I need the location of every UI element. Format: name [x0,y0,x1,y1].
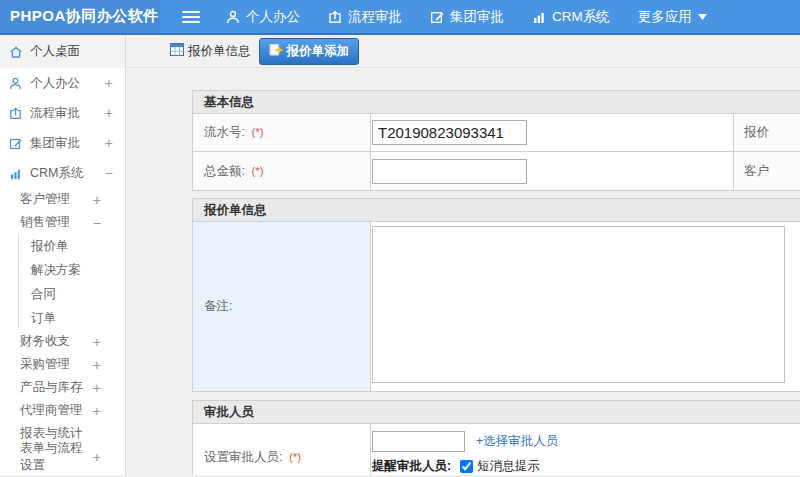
sidebar-item-crm-system[interactable]: CRM系统 − [0,158,125,188]
sidebar-item-product-stock[interactable]: 产品与库存 + [0,376,125,399]
set-approver-label-cell: 设置审批人员: (*) [193,424,371,476]
user-icon [226,10,240,24]
quotation-form: 基本信息 流水号: (*) 报价 总金额: (*) [192,90,800,475]
sidebar-item-label: 销售管理 [20,214,70,231]
customer-label-cell: 客户 [734,152,800,191]
quotation-info-table: 报价单信息 备注: [192,198,800,392]
remark-label-cell: 备注: [193,222,371,392]
sidebar-item-purchase-mgmt[interactable]: 采购管理 + [0,353,125,376]
sidebar-item-label: 财务收支 [20,333,70,350]
process-icon [9,107,23,120]
serial-number-input[interactable] [372,120,527,145]
sidebar-item-sales-mgmt[interactable]: 销售管理 − [0,211,125,234]
sidebar-item-label: 订单 [31,310,56,327]
chart-icon [9,167,23,180]
required-mark: (*) [251,126,263,138]
sidebar-item-customer-mgmt[interactable]: 客户管理 + [0,188,125,211]
sidebar-item-label: 报价单 [31,238,69,255]
sidebar: 个人桌面 个人办公 + 流程审批 + 集团审批 + [0,35,126,475]
sidebar-item-process-approval[interactable]: 流程审批 + [0,98,125,128]
required-mark: (*) [251,165,263,177]
process-icon [328,10,342,24]
sidebar-item-order[interactable]: 订单 [19,306,125,330]
total-amount-input[interactable] [372,159,527,184]
sidebar-item-agent-mgmt[interactable]: 代理商管理 + [0,399,125,422]
expand-plus-icon[interactable]: + [105,105,113,121]
section-title-basic-info: 基本信息 [193,91,800,114]
serial-number-label-cell: 流水号: (*) [193,114,371,152]
topnav-process-approval[interactable]: 流程审批 [328,8,402,26]
topnav-group-approval[interactable]: 集团审批 [430,8,504,26]
topnav-label: 个人办公 [246,8,300,26]
field-label: 总金额: [204,164,245,178]
topnav-label: 集团审批 [450,8,504,26]
hamburger-menu-icon[interactable] [182,8,200,26]
sidebar-item-label: 代理商管理 [20,402,83,419]
total-amount-label-cell: 总金额: (*) [193,152,371,191]
topnav-personal-office[interactable]: 个人办公 [226,8,300,26]
edit-icon [9,137,23,150]
sidebar-item-label: 产品与库存 [20,379,83,396]
sidebar-item-group-approval[interactable]: 集团审批 + [0,128,125,158]
quote-label-cell: 报价 [734,114,800,152]
sidebar-item-label: 个人桌面 [30,43,80,60]
topnav-more-apps[interactable]: 更多应用 [638,8,707,26]
required-mark: (*) [289,451,301,463]
sms-notify-checkbox[interactable] [460,460,473,473]
field-label: 设置审批人员: [204,450,282,464]
tab-label: 报价单信息 [188,43,251,60]
topnav-label: CRM系统 [552,8,610,26]
sidebar-item-finance[interactable]: 财务收支 + [0,330,125,353]
chart-icon [532,10,546,24]
expand-plus-icon[interactable]: + [93,403,101,419]
tab-quotation-info[interactable]: 报价单信息 [170,43,251,60]
collapse-minus-icon[interactable]: − [105,165,113,181]
sidebar-item-label: 合同 [31,286,56,303]
remind-approver-label: 提醒审批人员: [372,458,451,475]
sidebar-item-personal-office[interactable]: 个人办公 + [0,68,125,98]
topbar: PHPOA协同办公软件 个人办公 流程审批 集团审批 CRM系统 [0,0,800,35]
field-label: 流水号: [204,125,245,139]
sidebar-item-form-process-settings[interactable]: 表单与流程设置 + [0,445,125,468]
sidebar-item-quotation[interactable]: 报价单 [19,234,125,258]
section-title-approval: 审批人员 [193,401,800,424]
sidebar-item-personal-desktop[interactable]: 个人桌面 [0,35,125,68]
tab-label: 报价单添加 [287,43,350,60]
add-document-icon [269,43,283,59]
top-navigation: 个人办公 流程审批 集团审批 CRM系统 更多应用 [226,8,735,26]
main-content: 报价单信息 报价单添加 基本信息 流水号: (*) [126,35,800,475]
expand-plus-icon[interactable]: + [93,357,101,373]
topnav-crm-system[interactable]: CRM系统 [532,8,610,26]
sidebar-item-label: 采购管理 [20,356,70,373]
expand-plus-icon[interactable]: + [93,192,101,208]
sidebar-sales-submenu: 报价单 解决方案 合同 订单 [18,234,125,330]
user-icon [9,77,23,90]
sidebar-item-label: 解决方案 [31,262,81,279]
expand-plus-icon[interactable]: + [105,75,113,91]
caret-down-icon [698,14,707,20]
expand-plus-icon[interactable]: + [105,135,113,151]
sms-notify-label: 短消息提示 [477,458,540,475]
remark-textarea[interactable] [372,226,785,383]
sidebar-item-solution[interactable]: 解决方案 [19,258,125,282]
approval-table: 审批人员 设置审批人员: (*) +选择审批人员 提醒审批人员: [192,400,800,475]
sidebar-item-label: 表单与流程设置 [20,440,93,474]
sidebar-item-label: 集团审批 [30,135,80,152]
sidebar-item-label: 流程审批 [30,105,80,122]
topnav-label: 更多应用 [638,8,692,26]
basic-info-table: 基本信息 流水号: (*) 报价 总金额: (*) [192,90,800,191]
tab-quotation-add[interactable]: 报价单添加 [259,38,360,65]
expand-plus-icon[interactable]: + [93,334,101,350]
sidebar-item-label: 个人办公 [30,75,80,92]
tab-strip: 报价单信息 报价单添加 [126,35,800,68]
choose-approver-link[interactable]: +选择审批人员 [476,433,558,450]
expand-plus-icon[interactable]: + [93,380,101,396]
expand-plus-icon[interactable]: + [93,449,101,465]
sidebar-item-label: CRM系统 [30,165,83,182]
sidebar-item-contract[interactable]: 合同 [19,282,125,306]
approver-input[interactable] [372,431,465,452]
sidebar-item-label: 客户管理 [20,191,70,208]
topnav-label: 流程审批 [348,8,402,26]
collapse-minus-icon[interactable]: − [93,215,101,231]
table-icon [170,43,184,59]
